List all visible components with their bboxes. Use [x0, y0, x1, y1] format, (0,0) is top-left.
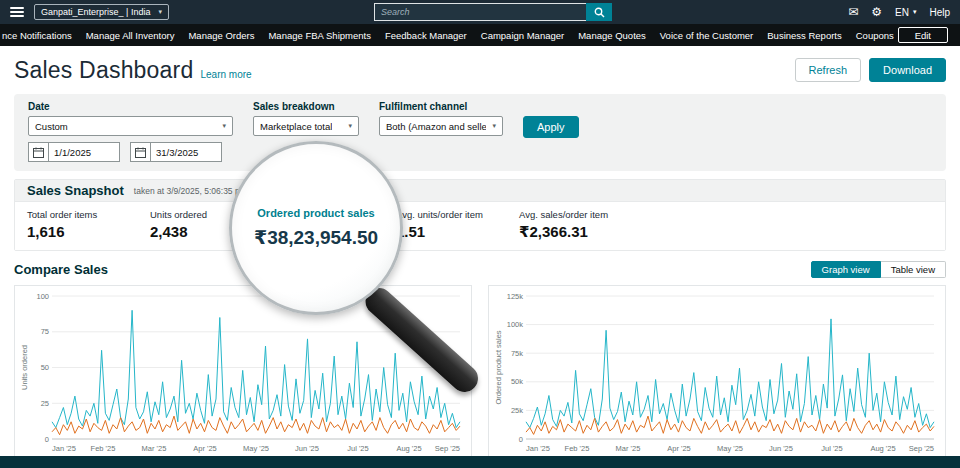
download-button[interactable]: Download	[869, 58, 946, 82]
fulfilment-channel-label: Fulfilment channel	[379, 101, 503, 112]
svg-text:50: 50	[41, 363, 49, 372]
ordered-product-sales-chart-panel: 025k50k75k100k125kJan '25Feb '25Mar '25A…	[488, 285, 946, 463]
sales-breakdown-select[interactable]: Marketplace total ▾	[253, 116, 359, 136]
search-button[interactable]	[586, 3, 612, 21]
search-bar	[374, 3, 612, 21]
magnifier-glass: Ordered product sales ₹38,23,954.50	[229, 141, 403, 315]
svg-text:75k: 75k	[511, 349, 523, 358]
magnified-metric-label: Ordered product sales	[257, 207, 374, 219]
nav-item-campaign-manager[interactable]: Campaign Manager	[481, 30, 564, 41]
nav-item-voice-of-the-customer[interactable]: Voice of the Customer	[660, 30, 753, 41]
footer-bar	[0, 456, 960, 468]
compare-sales-header: Compare Sales Graph view Table view	[14, 261, 946, 278]
svg-text:Jan '25: Jan '25	[526, 444, 550, 453]
compare-sales-title: Compare Sales	[14, 262, 108, 277]
date-range-select[interactable]: Custom ▾	[28, 116, 233, 136]
nav-item-business-reports[interactable]: Business Reports	[767, 30, 841, 41]
compare-sales-section: Compare Sales Graph view Table view 0255…	[14, 261, 946, 463]
calendar-icon[interactable]	[28, 142, 48, 162]
main-navbar: nce Notifications Manage All Inventory M…	[0, 24, 960, 46]
language-selector[interactable]: EN ▾	[895, 7, 916, 18]
sales-breakdown-value: Marketplace total	[260, 121, 332, 132]
svg-text:Feb '25: Feb '25	[565, 444, 590, 453]
svg-text:Jan '25: Jan '25	[52, 444, 76, 453]
date-range-value: Custom	[35, 121, 68, 132]
svg-text:Units ordered: Units ordered	[20, 345, 29, 390]
ordered-product-sales-chart[interactable]: 025k50k75k100k125kJan '25Feb '25Mar '25A…	[492, 289, 942, 455]
svg-text:25: 25	[41, 399, 49, 408]
nav-item-coupons[interactable]: Coupons	[856, 30, 894, 41]
nav-item-manage-orders[interactable]: Manage Orders	[188, 30, 254, 41]
svg-text:75: 75	[41, 327, 49, 336]
learn-more-link[interactable]: Learn more	[200, 69, 251, 80]
metric-total-order-items: Total order items 1,616	[27, 209, 150, 241]
svg-text:Jun '25: Jun '25	[295, 444, 319, 453]
sales-snapshot-header: Sales Snapshot taken at 3/9/2025, 5:06:3…	[15, 180, 945, 202]
table-view-button[interactable]: Table view	[881, 261, 946, 278]
nav-item-manage-quotes[interactable]: Manage Quotes	[578, 30, 646, 41]
svg-text:Sep '25: Sep '25	[909, 444, 934, 453]
fulfilment-channel-select[interactable]: Both (Amazon and seller) ▾	[379, 116, 503, 136]
metric-label: Avg. sales/order item	[519, 209, 642, 220]
metric-value: 1,616	[27, 223, 150, 240]
svg-text:Feb '25: Feb '25	[91, 444, 116, 453]
messages-icon[interactable]: ✉	[848, 6, 858, 18]
header-actions: Refresh Download	[795, 58, 946, 82]
search-icon	[594, 7, 605, 18]
edit-nav-button[interactable]: Edit	[898, 27, 948, 43]
svg-text:Mar '25: Mar '25	[142, 444, 167, 453]
magnified-metric-value: ₹38,23,954.50	[254, 226, 378, 249]
page-header: Sales Dashboard Learn more Refresh Downl…	[14, 55, 946, 85]
svg-text:May '25: May '25	[243, 444, 269, 453]
nav-item-manage-fba-shipments[interactable]: Manage FBA Shipments	[268, 30, 370, 41]
date-filter: Date Custom ▾ 1/1/2025 31/3/2025	[28, 101, 233, 162]
date-to-input[interactable]: 31/3/2025	[150, 142, 222, 162]
svg-text:Jul '25: Jul '25	[821, 444, 842, 453]
date-from-group: 1/1/2025	[28, 142, 120, 162]
svg-text:Sep '25: Sep '25	[435, 444, 460, 453]
svg-text:Jul '25: Jul '25	[347, 444, 368, 453]
date-from-input[interactable]: 1/1/2025	[48, 142, 120, 162]
search-input[interactable]	[374, 3, 586, 21]
charts-row: 0255075100Jan '25Feb '25Mar '25Apr '25Ma…	[14, 285, 946, 463]
language-label: EN	[895, 7, 909, 18]
nav-item-feedback-manager[interactable]: Feedback Manager	[385, 30, 467, 41]
date-to-group: 31/3/2025	[130, 142, 222, 162]
chevron-down-icon: ▾	[913, 8, 917, 16]
fulfilment-channel-filter: Fulfilment channel Both (Amazon and sell…	[379, 101, 503, 136]
menu-icon[interactable]	[10, 7, 24, 17]
metric-avg-sales-per-order-item: Avg. sales/order item ₹2,366.31	[519, 209, 642, 241]
settings-gear-icon[interactable]: ⚙	[871, 6, 882, 18]
fulfilment-channel-value: Both (Amazon and seller)	[386, 121, 486, 132]
topbar: Ganpati_Enterprise_ | India ▾ ✉ ⚙ EN ▾ H…	[0, 0, 960, 24]
apply-button[interactable]: Apply	[523, 116, 579, 138]
nav-item-performance-notifications[interactable]: nce Notifications	[2, 30, 72, 41]
sales-snapshot-title: Sales Snapshot	[27, 183, 124, 198]
calendar-icon[interactable]	[130, 142, 150, 162]
sales-snapshot-section: Sales Snapshot taken at 3/9/2025, 5:06:3…	[14, 179, 946, 251]
filter-panel: Date Custom ▾ 1/1/2025 31/3/2025	[14, 94, 946, 171]
date-filter-label: Date	[28, 101, 233, 112]
metric-label: Avg. units/order item	[396, 209, 519, 220]
svg-text:25k: 25k	[511, 406, 523, 415]
chevron-down-icon: ▾	[492, 122, 496, 130]
sales-breakdown-label: Sales breakdown	[253, 101, 359, 112]
svg-text:Apr '25: Apr '25	[667, 444, 691, 453]
svg-text:Apr '25: Apr '25	[193, 444, 217, 453]
nav-item-manage-all-inventory[interactable]: Manage All Inventory	[86, 30, 175, 41]
date-inputs: 1/1/2025 31/3/2025	[28, 142, 233, 162]
chevron-down-icon: ▾	[348, 122, 352, 130]
metric-value: 1.51	[396, 223, 519, 240]
view-toggle: Graph view Table view	[811, 261, 946, 278]
page-title: Sales Dashboard	[14, 57, 193, 84]
help-link[interactable]: Help	[929, 7, 950, 18]
account-switcher[interactable]: Ganpati_Enterprise_ | India ▾	[34, 4, 169, 20]
chevron-down-icon: ▾	[158, 8, 162, 16]
refresh-button[interactable]: Refresh	[795, 58, 862, 82]
metric-value: ₹2,366.31	[519, 223, 642, 241]
graph-view-button[interactable]: Graph view	[811, 261, 881, 278]
svg-text:0: 0	[45, 435, 49, 444]
svg-text:0: 0	[519, 435, 523, 444]
svg-text:100k: 100k	[507, 320, 524, 329]
svg-text:Aug '25: Aug '25	[396, 444, 421, 453]
